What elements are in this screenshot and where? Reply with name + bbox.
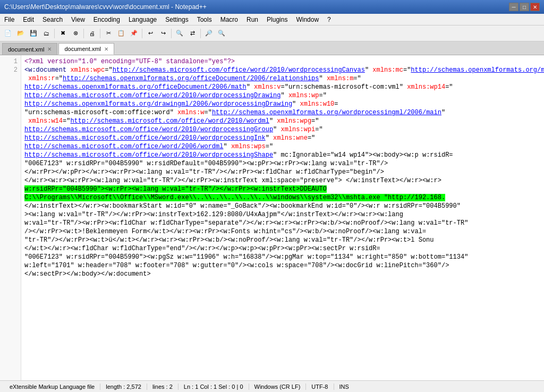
menu-help[interactable]: ? <box>323 15 335 24</box>
tab-close-1[interactable]: ✕ <box>47 46 52 52</box>
menu-tools[interactable]: Tools <box>193 15 216 24</box>
status-mode: INS <box>334 384 354 390</box>
menu-search[interactable]: Search <box>38 15 67 24</box>
close-all-button[interactable]: ⊗ <box>70 28 81 39</box>
status-bar: eXtensible Markup Language file length :… <box>0 380 544 392</box>
status-line-ending: Windows (CR LF) <box>249 384 307 390</box>
toolbar-sep-5 <box>171 29 172 38</box>
menu-bar: File Edit Search View Encoding Language … <box>0 14 544 25</box>
menu-language[interactable]: Language <box>124 15 161 24</box>
find-button[interactable]: 🔍 <box>174 28 185 39</box>
replace-button[interactable]: ⇄ <box>186 28 198 39</box>
title-buttons: ─ □ ✕ <box>509 3 540 11</box>
undo-button[interactable]: ↩ <box>144 28 156 39</box>
toolbar-sep-6 <box>200 29 201 38</box>
cut-button[interactable]: ✂ <box>103 28 114 39</box>
maximize-button[interactable]: □ <box>520 3 529 11</box>
editor-area: 1 2 <?xml version="1.0" encoding="UTF-8"… <box>0 55 544 380</box>
menu-encoding[interactable]: Encoding <box>89 15 124 24</box>
code-content[interactable]: <?xml version="1.0" encoding="UTF-8" sta… <box>21 55 544 380</box>
tab-label-2: document.xml <box>64 46 100 52</box>
toolbar-sep-2 <box>83 29 84 38</box>
paste-button[interactable]: 📌 <box>128 28 140 39</box>
save-all-button[interactable]: 🗂 <box>40 28 52 39</box>
menu-macro[interactable]: Macro <box>216 15 242 24</box>
status-filetype: eXtensible Markup Language file <box>4 384 100 390</box>
menu-view[interactable]: View <box>67 15 89 24</box>
tab-document-1[interactable]: document.xml ✕ <box>2 43 57 55</box>
zoom-in-button[interactable]: 🔎 <box>203 28 215 39</box>
close-button-tb[interactable]: ✖ <box>57 28 69 39</box>
status-length: length : 2,572 <box>100 384 147 390</box>
open-button[interactable]: 📂 <box>15 28 27 39</box>
menu-plugins[interactable]: Plugins <box>262 15 292 24</box>
zoom-out-button[interactable]: 🔍 <box>216 28 227 39</box>
menu-run[interactable]: Run <box>242 15 262 24</box>
line-numbers: 1 2 <box>0 55 21 380</box>
tab-label-1: document.xml <box>8 46 44 53</box>
tab-document-2[interactable]: document.xml ✕ <box>58 43 114 55</box>
tabs-bar: document.xml ✕ document.xml ✕ <box>0 41 544 55</box>
tab-close-2[interactable]: ✕ <box>104 46 108 52</box>
title-bar: C:\Users\Mert\Desktop\malwares\cvvv\word… <box>0 0 544 14</box>
new-button[interactable]: 📄 <box>2 28 14 39</box>
menu-settings[interactable]: Settings <box>161 15 192 24</box>
close-button[interactable]: ✕ <box>530 3 540 11</box>
toolbar-sep-1 <box>54 29 55 38</box>
status-encoding: UTF-8 <box>306 384 334 390</box>
minimize-button[interactable]: ─ <box>509 3 518 11</box>
status-position: Ln : 1 Col : 1 Sel : 0 | 0 <box>178 384 249 390</box>
toolbar-sep-3 <box>100 29 100 38</box>
menu-edit[interactable]: Edit <box>19 15 38 24</box>
save-button[interactable]: 💾 <box>28 28 39 39</box>
print-button[interactable]: 🖨 <box>86 28 98 39</box>
toolbar-sep-4 <box>142 29 142 38</box>
menu-file[interactable]: File <box>0 15 19 24</box>
menu-window[interactable]: Window <box>292 15 323 24</box>
copy-button[interactable]: 📋 <box>115 28 127 39</box>
title-text: C:\Users\Mert\Desktop\malwares\cvvv\word… <box>4 3 207 11</box>
toolbar: 📄 📂 💾 🗂 ✖ ⊗ 🖨 ✂ 📋 📌 ↩ ↪ 🔍 ⇄ 🔎 🔍 <box>0 25 544 41</box>
redo-button[interactable]: ↪ <box>157 28 169 39</box>
status-lines: lines : 2 <box>147 384 178 390</box>
